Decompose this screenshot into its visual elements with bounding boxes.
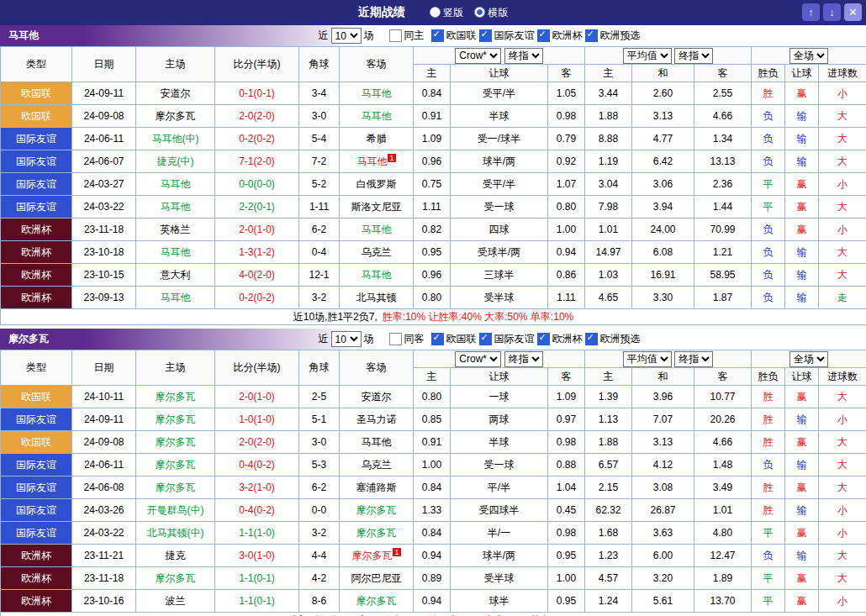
match-date: 23-09-13 (72, 287, 136, 309)
col-corner: 角球 (299, 47, 340, 82)
fullmatch-group: 全场 (752, 47, 866, 65)
avg-draw: 3.06 (632, 173, 694, 196)
red-card-badge: 1 (393, 548, 400, 556)
final-odds-select[interactable]: 终指 (504, 351, 543, 367)
match-score: 2-0(1-0) (215, 218, 299, 241)
section-malta: 马耳他 近 10 场 同主 欧国联 国际友谊 欧洲杯 欧洲预选 类型 (0, 25, 866, 325)
odds-home: 1.00 (414, 454, 451, 476)
odds-away: 0.98 (548, 105, 585, 128)
radio-horizontal[interactable] (474, 7, 485, 18)
match-row: 国际友谊24-03-22北马其顿(中)1-1(1-0)3-2摩尔多瓦0.84半/… (1, 522, 866, 545)
result-goals: 小 (819, 218, 866, 241)
final-odds-select-2[interactable]: 终指 (674, 48, 713, 64)
team-name: 摩尔多瓦 (0, 332, 92, 346)
match-score: 1-1(0-1) (215, 567, 299, 590)
radio-vertical-label: 竖版 (443, 7, 463, 18)
avg-home: 4.57 (585, 567, 632, 590)
away-team: 白俄罗斯 (340, 173, 414, 196)
avg-draw: 3.30 (632, 287, 694, 309)
league-label-3: 欧洲预选 (600, 29, 641, 43)
league-checkbox-1[interactable] (479, 333, 492, 345)
section-header: 马耳他 近 10 场 同主 欧国联 国际友谊 欧洲杯 欧洲预选 (0, 25, 866, 46)
result-outcome: 胜 (752, 82, 785, 105)
away-team: 圣马力诺 (340, 408, 414, 431)
bookmaker-select[interactable]: Crow* (455, 48, 501, 64)
result-goals: 大 (819, 264, 866, 287)
away-team: 乌克兰 (340, 454, 414, 476)
avg-home: 14.97 (585, 241, 632, 264)
result-outcome: 平 (752, 522, 785, 545)
sub-handicap-result: 让球 (785, 368, 819, 386)
league-checkbox-2[interactable] (537, 29, 550, 42)
odds-away: 0.98 (548, 431, 585, 454)
odds-home: 0.89 (414, 567, 451, 590)
avg-draw: 3.08 (632, 476, 694, 499)
odds-away: 1.04 (548, 476, 585, 499)
result-goals: 大 (819, 128, 866, 150)
recent-count-select[interactable]: 10 (331, 28, 362, 44)
recent-count-select[interactable]: 10 (331, 331, 362, 347)
home-team: 马耳他 (136, 196, 215, 218)
odds-home: 0.91 (414, 105, 451, 128)
odds-away: 0.94 (548, 241, 585, 264)
away-team: 马耳他1 (340, 150, 414, 173)
sub-avg-draw: 和 (632, 368, 694, 386)
average-select[interactable]: 平均值 (623, 48, 672, 64)
average-select[interactable]: 平均值 (623, 351, 672, 367)
league-checkbox-1[interactable] (479, 29, 492, 42)
home-team: 开曼群岛(中) (136, 499, 215, 522)
corner-score: 3-2 (299, 287, 340, 309)
league-checkbox-0[interactable] (431, 29, 444, 42)
match-score: 1-1(0-1) (215, 590, 299, 613)
sub-home-odds: 主 (414, 368, 451, 386)
odds-home: 1.11 (414, 196, 451, 218)
home-team: 摩尔多瓦 (136, 567, 215, 590)
result-handicap: 赢 (785, 590, 819, 613)
filter-bar: 近 10 场 同主 欧国联 国际友谊 欧洲杯 欧洲预选 (319, 28, 641, 44)
corner-score: 5-2 (299, 173, 340, 196)
league-badge: 欧国联 (1, 82, 72, 105)
avg-home: 1.88 (585, 105, 632, 128)
match-row: 国际友谊24-06-08摩尔多瓦3-2(1-0)6-2塞浦路斯0.84平/半1.… (1, 476, 866, 499)
avg-away: 1.44 (694, 196, 752, 218)
bookmaker-select[interactable]: Crow* (455, 351, 501, 367)
league-checkbox-2[interactable] (537, 333, 550, 345)
fullmatch-select[interactable]: 全场 (789, 48, 828, 64)
radio-horizontal-label: 横版 (488, 7, 508, 18)
league-checkbox-3[interactable] (585, 29, 598, 42)
away-team: 马耳他 (340, 431, 414, 454)
odds-handicap: 球半/两 (451, 150, 548, 173)
recent-matches-table: 类型 日期 主场 比分(半场) 角球 客场 Crow* 终指 平均值 终指 全场 (0, 350, 866, 616)
avg-home: 1.03 (585, 264, 632, 287)
result-handicap: 赢 (785, 431, 819, 454)
team-name: 马耳他 (0, 29, 92, 43)
final-odds-select-2[interactable]: 终指 (674, 351, 713, 367)
same-side-checkbox[interactable] (389, 333, 402, 345)
odds-away: 0.86 (548, 264, 585, 287)
avg-away: 1.01 (694, 499, 752, 522)
sub-goals-result: 进球数 (819, 368, 866, 386)
corner-score: 6-2 (299, 476, 340, 499)
league-label-2: 欧洲杯 (552, 29, 583, 43)
result-goals: 小 (819, 590, 866, 613)
avg-draw: 6.42 (632, 150, 694, 173)
scroll-up-button[interactable]: ↑ (802, 3, 820, 21)
close-button[interactable]: ✕ (844, 3, 862, 21)
fullmatch-select[interactable]: 全场 (789, 351, 828, 367)
same-side-checkbox[interactable] (389, 29, 402, 42)
match-row: 国际友谊24-03-22马耳他2-2(0-1)1-11斯洛文尼亚1.11受一球0… (1, 196, 866, 218)
match-score: 3-2(1-0) (215, 476, 299, 499)
match-date: 24-03-27 (72, 173, 136, 196)
league-checkbox-0[interactable] (431, 333, 444, 345)
away-team: 摩尔多瓦1 (340, 545, 414, 567)
final-odds-select[interactable]: 终指 (504, 48, 543, 64)
sub-away-odds: 客 (548, 368, 585, 386)
radio-vertical[interactable] (430, 7, 441, 18)
summary-lead: 近10场,胜1平2负7, (293, 311, 378, 323)
away-team: 马耳他 (340, 264, 414, 287)
result-goals: 大 (819, 105, 866, 128)
odds-away: 0.45 (548, 499, 585, 522)
match-row: 欧洲杯23-11-18英格兰2-0(1-0)6-2马耳他0.82四球1.001.… (1, 218, 866, 241)
league-checkbox-3[interactable] (585, 333, 598, 345)
scroll-down-button[interactable]: ↓ (823, 3, 841, 21)
